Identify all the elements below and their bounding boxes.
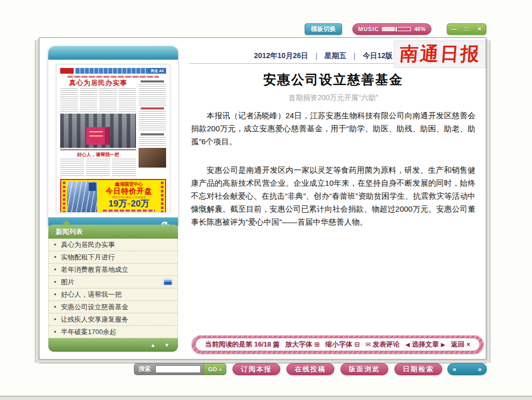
news-item-pictures[interactable]: • 图片 xyxy=(49,276,178,288)
template-switch-label: 模板切换 xyxy=(311,25,336,34)
mock-headline: 真心为居民办实事 xyxy=(60,79,136,87)
page-pager: « » xyxy=(447,363,487,375)
bullet-icon: • xyxy=(54,254,56,261)
news-list-panel: 新闻列表 • 真心为居民办实事 • 实物配租下月进行 • 老年消费教育基地成立 … xyxy=(48,225,178,352)
edition-text: 今日12版 xyxy=(363,51,393,61)
mock-masthead-logo xyxy=(60,68,74,74)
music-slider-thumb[interactable] xyxy=(395,26,398,32)
thumbnail-panel-body: 民生 A3 真心为居民办实事 好心人，请帮我一把 xyxy=(48,60,178,217)
bottom-strip xyxy=(0,396,532,400)
mock-photo-donation-box xyxy=(60,114,136,148)
music-volume-value: 46% xyxy=(414,26,426,32)
mock-headline-kicker xyxy=(67,76,158,78)
bullet-icon: • xyxy=(54,291,56,298)
comment-button[interactable]: ✉ 发表评论 xyxy=(365,340,400,349)
thumbnail-panel-header xyxy=(48,46,178,60)
pager-prev-icon[interactable]: « xyxy=(453,365,456,373)
zoom-out-icon: ⊟ xyxy=(354,341,360,348)
news-item[interactable]: • 让残疾人安享康复服务 xyxy=(49,313,178,326)
bullet-icon: • xyxy=(54,304,56,311)
news-item[interactable]: • 实物配租下月进行 xyxy=(49,251,178,264)
article-title: 安惠公司设立慈善基金 xyxy=(191,71,475,88)
separator: | xyxy=(353,52,356,60)
bullet-icon: • xyxy=(54,266,56,273)
mock-ad-dates: 25日.27日.28日 三天全城价 xyxy=(102,195,156,199)
subscribe-button[interactable]: 订阅本报 xyxy=(233,363,280,375)
bullet-icon: • xyxy=(54,328,56,336)
mock-ad-building-photo xyxy=(67,182,97,213)
reading-page-count: 16/18 xyxy=(254,340,271,348)
restore-button[interactable]: □ xyxy=(460,25,473,33)
image-icon xyxy=(163,279,172,285)
minimize-button[interactable]: — xyxy=(447,25,460,33)
close-button[interactable]: × xyxy=(473,25,486,33)
template-switch-button[interactable]: 模板切换 xyxy=(305,23,342,35)
bullet-icon: • xyxy=(54,316,56,323)
bullet-icon: • xyxy=(54,241,56,249)
mock-advertisement: 鑫湖国贸中心 今日特价开盘 25日.27日.28日 三天全城价 19万~20万 … xyxy=(60,179,166,213)
newspaper-page-thumbnail[interactable]: 民生 A3 真心为居民办实事 好心人，请帮我一把 xyxy=(56,64,170,213)
mock-ad-headline: 今日特价开盘 xyxy=(99,187,159,195)
news-item-current[interactable]: • 安惠公司设立慈善基金 xyxy=(49,301,178,313)
article-content: 安惠公司设立慈善基金 首期捐资200万元开展“六助” 本报讯（记者汤晓峰）24日… xyxy=(191,71,475,228)
news-list: • 真心为居民办实事 • 实物配租下月进行 • 老年消费教育基地成立 • 图片 … xyxy=(48,239,178,338)
news-list-header: 新闻列表 xyxy=(48,225,178,239)
page-browse-button[interactable]: 版面浏览 xyxy=(340,363,388,375)
music-label: MUSIC xyxy=(358,26,379,32)
select-article-label: 选择文章 xyxy=(412,340,439,349)
news-list-footer: ▲ ▼ xyxy=(48,338,178,352)
mock-ad-price: 19万~20万 xyxy=(99,199,159,209)
reading-toolbar-pill: 当前阅读的是第 16/18 篇 放大字体 ⊞ 缩小字体 ⊟ ✉ 发表评论 ◀ 选… xyxy=(195,338,480,351)
search-input[interactable] xyxy=(155,365,201,373)
reading-status: 当前阅读的是第 16/18 篇 xyxy=(205,340,280,349)
search-label: 搜索 xyxy=(134,365,155,374)
mock-photo-secondary xyxy=(139,148,166,168)
news-item[interactable]: • 真心为居民办实事 xyxy=(49,239,178,251)
news-item[interactable]: • 老年消费教育基地成立 xyxy=(49,264,178,276)
back-button[interactable]: 返回 × xyxy=(451,340,470,349)
article-paragraph: 本报讯（记者汤晓峰）24日，江苏安惠生物科技有限公司向南通开发区慈善会捐款200… xyxy=(191,109,475,148)
search-go-button[interactable]: GO » xyxy=(203,363,226,375)
date-text: 2012年10月26日 xyxy=(254,51,308,61)
article-subtitle: 首期捐资200万元开展“六助” xyxy=(191,93,475,103)
news-list-notch xyxy=(62,220,71,225)
music-player-bar[interactable]: MUSIC 46% xyxy=(352,23,431,35)
reader-main-panel: 民生 A3 真心为居民办实事 好心人，请帮我一把 xyxy=(39,37,486,360)
close-icon: × xyxy=(467,341,470,348)
music-slider-fill xyxy=(383,27,395,31)
reading-toolbar: 当前阅读的是第 16/18 篇 放大字体 ⊞ 缩小字体 ⊟ ✉ 发表评论 ◀ 选… xyxy=(192,335,484,354)
page-thumbnail-panel: 民生 A3 真心为居民办实事 好心人，请帮我一把 xyxy=(48,46,178,231)
mock-section-label: 民生 A3 xyxy=(148,68,166,74)
select-article-control: ◀ 选择文章 ▶ xyxy=(405,340,445,349)
newspaper-logo: 南通日报 xyxy=(394,40,486,68)
date-search-button[interactable]: 日期检索 xyxy=(394,363,442,375)
newspaper-logo-text: 南通日报 xyxy=(399,42,481,67)
separator: | xyxy=(316,52,318,60)
search-bar: 搜索 GO » xyxy=(134,363,226,375)
pager-next-icon[interactable]: » xyxy=(478,365,482,373)
envelope-icon: ✉ xyxy=(365,341,371,348)
mock-sub-headline: 好心人，请帮我一把 xyxy=(60,151,136,158)
scroll-down-icon[interactable]: ▼ xyxy=(164,342,170,348)
online-submission-button[interactable]: 在线投稿 xyxy=(287,363,334,375)
zoom-in-icon: ⊞ xyxy=(315,341,320,348)
article-paragraph: 安惠公司是南通开发区内一家以灵芝等食药用菌为原料，研发、生产和销售健康产品的高新… xyxy=(191,163,475,228)
mock-masthead-bar xyxy=(75,68,148,74)
news-item[interactable]: • 半年破案1700余起 xyxy=(49,326,178,338)
weekday-text: 星期五 xyxy=(324,51,346,61)
bullet-icon: • xyxy=(54,279,56,286)
next-article-icon[interactable]: ▶ xyxy=(441,341,445,348)
zoom-out-text-button[interactable]: 缩小字体 ⊟ xyxy=(325,340,360,349)
zoom-in-text-button[interactable]: 放大字体 ⊞ xyxy=(285,340,320,349)
previous-article-icon[interactable]: ◀ xyxy=(405,341,410,348)
window-controls: — □ × xyxy=(447,23,486,35)
news-list-title: 新闻列表 xyxy=(56,227,83,237)
news-item[interactable]: • 好心人，请帮我一把 xyxy=(49,288,178,301)
mock-masthead: 民生 A3 xyxy=(60,68,166,74)
mock-ad-phone: 0513 8592 8111 xyxy=(99,212,159,213)
scroll-up-icon[interactable]: ▲ xyxy=(150,342,156,348)
music-slider[interactable] xyxy=(382,27,411,31)
